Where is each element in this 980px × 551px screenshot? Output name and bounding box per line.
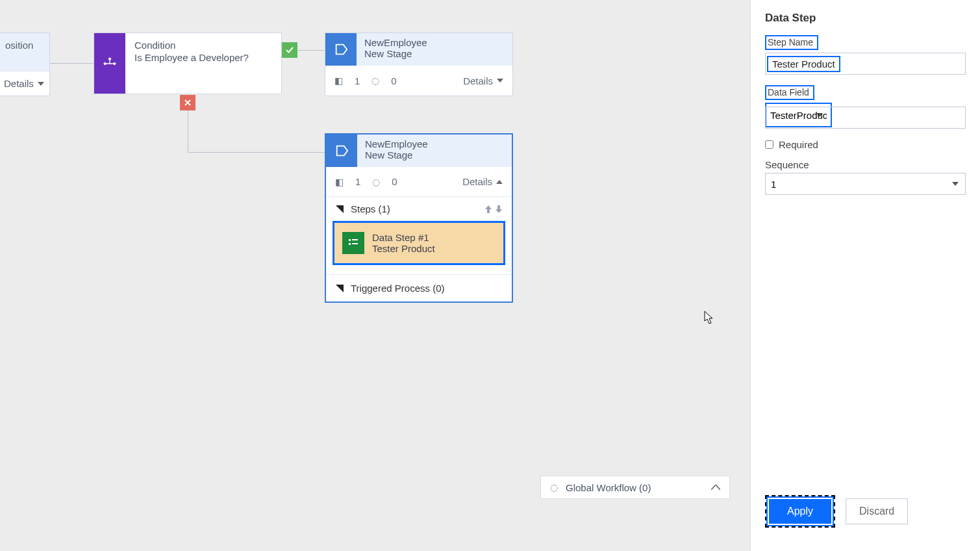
step-name-label: Step Name	[765, 35, 818, 50]
step-name-value: Tester Product	[767, 56, 840, 72]
connector-line	[188, 152, 325, 153]
stage-name: New Stage	[365, 149, 504, 160]
condition-kind: Condition	[134, 40, 272, 51]
global-workflow-bar[interactable]: ◌ Global Workflow (0)	[540, 476, 730, 499]
collapse-triangle-icon[interactable]	[335, 284, 344, 293]
steps-count-icon: ◧	[335, 177, 344, 187]
stage-node-false-branch[interactable]: NewEmployee New Stage ◧ 1 ◌ 0 Details St…	[325, 133, 513, 303]
condition-true-badge[interactable]	[282, 42, 297, 58]
panel-title: Data Step	[765, 12, 966, 25]
steps-count-icon: ◧	[334, 75, 343, 86]
sequence-label: Sequence	[765, 159, 966, 170]
data-step-card[interactable]: Data Step #1 Tester Product	[333, 221, 505, 265]
properties-panel: Data Step Step Name Tester Product Data …	[750, 0, 980, 551]
triggered-process-label: Triggered Process (0)	[351, 283, 445, 294]
condition-question: Is Employee a Developer?	[134, 52, 272, 63]
steps-count: 1	[355, 176, 360, 187]
condition-icon	[94, 33, 125, 94]
data-step-title: Data Step #1	[372, 232, 435, 243]
steps-header-label: Steps (1)	[351, 203, 390, 214]
connector-line	[297, 50, 325, 51]
data-step-subtitle: Tester Product	[372, 243, 435, 254]
chevron-down-icon	[497, 79, 503, 83]
svg-rect-3	[349, 239, 351, 241]
required-label: Required	[779, 139, 818, 150]
partial-stage-details[interactable]: Details	[0, 71, 49, 96]
details-toggle[interactable]: Details	[463, 75, 503, 86]
data-field-label: Data Field	[765, 85, 814, 100]
stage-name: New Stage	[364, 48, 505, 59]
mouse-cursor-icon	[704, 311, 714, 325]
check-icon	[285, 45, 294, 55]
condition-false-badge[interactable]	[180, 95, 195, 110]
stage-icon	[325, 33, 357, 66]
triggers-count: 0	[391, 75, 396, 86]
chevron-down-icon	[38, 82, 44, 86]
steps-count: 1	[355, 75, 360, 86]
data-step-icon	[342, 232, 364, 254]
svg-rect-6	[352, 243, 358, 244]
discard-button[interactable]: Discard	[846, 498, 908, 524]
condition-node[interactable]: Condition Is Employee a Developer?	[94, 32, 282, 94]
connector-line	[50, 63, 94, 64]
move-up-icon[interactable]	[484, 205, 492, 214]
partial-stage-title: osition	[0, 33, 49, 71]
stage-entity: NewEmployee	[365, 138, 504, 149]
connector-line	[188, 110, 188, 153]
apply-button[interactable]: Apply	[769, 499, 831, 524]
stage-icon	[326, 135, 357, 167]
svg-rect-5	[349, 243, 351, 245]
svg-rect-4	[352, 239, 358, 240]
partial-stage-node[interactable]: osition Details	[0, 32, 50, 96]
triggers-count: 0	[392, 176, 397, 187]
global-workflow-label: Global Workflow (0)	[566, 482, 651, 493]
details-toggle[interactable]: Details	[462, 176, 503, 187]
chevron-up-icon	[496, 180, 503, 184]
sequence-select[interactable]: 1	[765, 173, 966, 195]
step-name-input[interactable]: Tester Product	[765, 53, 966, 75]
triggers-count-icon: ◌	[371, 75, 379, 86]
spinner-icon: ◌	[550, 482, 558, 493]
required-checkbox[interactable]	[765, 140, 773, 149]
triggers-count-icon: ◌	[372, 177, 380, 187]
stage-node-true-branch[interactable]: NewEmployee New Stage ◧ 1 ◌ 0 Details	[325, 32, 513, 96]
x-icon	[184, 99, 192, 107]
stage-entity: NewEmployee	[364, 37, 505, 48]
collapse-triangle-icon[interactable]	[335, 205, 344, 214]
move-down-icon[interactable]	[495, 205, 503, 214]
chevron-up-icon	[711, 485, 720, 490]
